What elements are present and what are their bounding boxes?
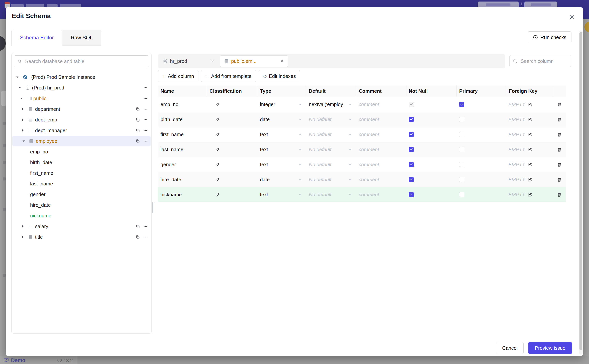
editor-tab-public-em-[interactable]: public.em... [220,55,288,67]
type-select[interactable]: text [257,157,306,172]
column-name[interactable]: nickname [158,187,207,202]
comment-input[interactable]: comment [356,142,406,157]
type-select[interactable]: text [257,187,306,202]
preview-issue-button[interactable]: Preview issue [528,342,572,354]
default-select[interactable]: No default [306,127,356,142]
edit-foreign-key-icon[interactable] [528,132,532,137]
edit-indexes-button[interactable]: ◇ Edit indexes [259,70,300,82]
copy-icon[interactable] [135,117,140,122]
pencil-icon[interactable] [215,132,220,137]
caret-icon[interactable] [20,96,24,101]
tree-item-last_name[interactable]: last_name [12,178,151,189]
comment-input[interactable]: comment [356,97,406,112]
column-name[interactable]: last_name [158,142,207,157]
not-null-checkbox[interactable] [409,177,414,182]
column-search-input[interactable] [509,55,571,67]
trash-icon[interactable] [557,192,562,197]
pencil-icon[interactable] [215,117,220,122]
caret-icon[interactable] [21,224,25,228]
trash-icon[interactable] [557,117,562,122]
tab-raw-sql[interactable]: Raw SQL [62,30,101,46]
copy-icon[interactable] [135,234,140,240]
pencil-icon[interactable] [215,102,220,107]
caret-icon[interactable] [21,118,25,122]
more-menu-icon[interactable] [143,224,148,229]
default-select[interactable]: No default [306,142,356,157]
trash-icon[interactable] [557,102,562,107]
primary-checkbox[interactable] [459,117,464,122]
column-name[interactable]: birth_date [158,112,207,127]
more-menu-icon[interactable] [143,139,148,143]
tree-item-title[interactable]: title [12,232,151,242]
edit-foreign-key-icon[interactable] [528,147,532,152]
type-select[interactable]: integer [257,97,306,112]
primary-checkbox[interactable] [459,132,464,137]
tree-item-dept_manager[interactable]: dept_manager [12,125,151,136]
run-checks-button[interactable]: Run checks [528,31,571,43]
default-select[interactable]: No default [306,187,356,202]
tab-schema-editor[interactable]: Schema Editor [11,30,62,46]
edit-foreign-key-icon[interactable] [528,177,532,182]
edit-foreign-key-icon[interactable] [528,117,532,122]
demo-link[interactable]: Demo [11,358,25,364]
trash-icon[interactable] [557,177,562,182]
tree-item-employee[interactable]: employee [12,136,151,146]
edit-foreign-key-icon[interactable] [528,102,532,107]
tree-item-first_name[interactable]: first_name [12,168,151,178]
more-menu-icon[interactable] [143,96,148,101]
not-null-checkbox[interactable] [409,147,414,152]
primary-checkbox[interactable] [459,102,464,107]
tree-item--prod-prod-sample-instance[interactable]: (Prod) Prod Sample Instance [12,72,151,82]
comment-input[interactable]: comment [356,127,406,142]
not-null-checkbox[interactable] [409,192,414,197]
copy-icon[interactable] [135,139,140,143]
tree-item-salary[interactable]: salary [12,221,151,232]
column-name[interactable]: gender [158,157,207,172]
pencil-icon[interactable] [215,192,220,197]
default-select[interactable]: No default [306,112,356,127]
caret-icon[interactable] [18,86,22,90]
edit-foreign-key-icon[interactable] [528,192,532,197]
primary-checkbox[interactable] [459,162,464,167]
tree-item-department[interactable]: department [12,104,151,114]
add-column-button[interactable]: + Add column [158,70,198,82]
tree-item--prod-hr_prod[interactable]: (Prod) hr_prod [12,82,151,93]
tree-item-nickname[interactable]: nickname [12,210,151,221]
primary-checkbox[interactable] [459,147,464,152]
not-null-checkbox[interactable] [409,102,414,107]
caret-icon[interactable] [21,128,25,132]
type-select[interactable]: date [257,112,306,127]
copy-icon[interactable] [135,224,140,229]
more-menu-icon[interactable] [143,128,148,133]
caret-icon[interactable] [21,235,25,239]
copy-icon[interactable] [135,128,140,133]
not-null-checkbox[interactable] [409,162,414,167]
close-tab-icon[interactable] [210,59,215,63]
caret-icon[interactable] [15,75,20,79]
default-select[interactable]: nextval('employ [306,97,356,112]
editor-tab-hr_prod[interactable]: hr_prod [159,55,218,67]
caret-icon[interactable] [21,107,25,111]
close-tab-icon[interactable] [280,59,284,63]
default-select[interactable]: No default [306,172,356,187]
tree-item-emp_no[interactable]: emp_no [12,146,151,157]
tree-item-birth_date[interactable]: birth_date [12,157,151,168]
copy-icon[interactable] [135,107,140,111]
scrollbar-thumb[interactable] [579,32,582,350]
tree-item-dept_emp[interactable]: dept_emp [12,114,151,125]
column-name[interactable]: first_name [158,127,207,142]
default-select[interactable]: No default [306,157,356,172]
tree-item-public[interactable]: public [12,93,151,104]
close-icon[interactable] [569,14,575,20]
column-name[interactable]: emp_no [158,97,207,112]
more-menu-icon[interactable] [143,234,148,240]
trash-icon[interactable] [557,162,562,167]
primary-checkbox[interactable] [459,177,464,182]
comment-input[interactable]: comment [356,172,406,187]
tree-item-hire_date[interactable]: hire_date [12,200,151,210]
add-from-template-button[interactable]: + Add from template [201,70,256,82]
panel-resize-handle[interactable] [153,202,155,213]
column-name[interactable]: hire_date [158,172,207,187]
not-null-checkbox[interactable] [409,117,414,122]
trash-icon[interactable] [557,132,562,137]
